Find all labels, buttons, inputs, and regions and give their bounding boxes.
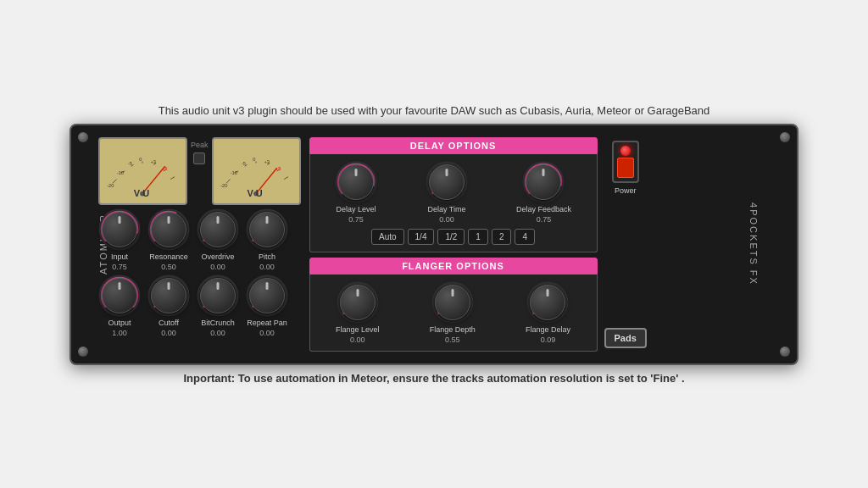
- vu-label-1: VU: [134, 188, 152, 198]
- flange-delay-label: Flange Delay: [526, 325, 570, 334]
- svg-text:0: 0: [253, 156, 255, 161]
- pitch-label: Pitch: [259, 252, 275, 261]
- cutoff-knob-wrapper[interactable]: [147, 274, 190, 317]
- screw-tr: [780, 132, 790, 142]
- power-label: Power: [615, 186, 637, 195]
- flanger-knobs-row: Flange Level 0.00: [315, 281, 592, 344]
- flange-delay-knob-wrapper[interactable]: [526, 281, 569, 324]
- delay-feedback-value: 0.75: [537, 215, 552, 224]
- knob-group-overdrive: Overdrive 0.00: [197, 208, 239, 271]
- cutoff-knob[interactable]: [151, 278, 186, 313]
- output-knob[interactable]: [102, 278, 137, 313]
- delay-time-knob-wrapper[interactable]: [426, 161, 468, 203]
- time-btn-4[interactable]: 4: [515, 229, 535, 245]
- bitcrunch-knob-wrapper[interactable]: [197, 274, 239, 317]
- overdrive-knob[interactable]: [200, 212, 236, 247]
- screw-bl: [78, 347, 88, 357]
- flange-delay-value: 0.09: [541, 336, 556, 344]
- vu-meter-2: -20 -10 -5 0 +3 +5 VU: [212, 137, 301, 205]
- flange-level-knob[interactable]: [340, 285, 376, 320]
- input-knob-wrapper[interactable]: [98, 208, 141, 251]
- pitch-knob[interactable]: [249, 212, 285, 247]
- knob-group-flange-delay: Flange Delay 0.09: [526, 281, 570, 344]
- svg-line-21: [284, 176, 288, 179]
- knob-group-cutoff: Cutoff 0.00: [147, 274, 190, 337]
- overdrive-label: Overdrive: [201, 252, 234, 261]
- flanger-section: FLANGER OPTIONS: [309, 258, 598, 352]
- delay-time-knob[interactable]: [429, 164, 465, 200]
- input-value: 0.75: [112, 263, 127, 271]
- knob-group-delay-time: Delay Time 0.00: [426, 161, 468, 224]
- resonance-knob[interactable]: [151, 212, 186, 247]
- knob-group-output: Output 1.00: [98, 274, 141, 337]
- repeatpan-knob-wrapper[interactable]: [246, 274, 288, 317]
- power-toggle[interactable]: [617, 158, 634, 178]
- delay-feedback-knob[interactable]: [526, 164, 561, 200]
- flange-level-label: Flange Level: [336, 325, 380, 334]
- svg-text:-5: -5: [128, 161, 132, 166]
- pads-button[interactable]: Pads: [604, 328, 647, 348]
- plugin-main: -20 -10 -5 0 +3 +5 VU Peak: [98, 137, 770, 352]
- delay-knobs-row: Delay Level 0.75: [315, 161, 592, 224]
- peak-light: [193, 152, 205, 164]
- power-switch[interactable]: [612, 141, 639, 183]
- svg-text:0: 0: [139, 156, 142, 161]
- output-knob-wrapper[interactable]: [98, 274, 141, 317]
- output-value: 1.00: [112, 329, 127, 337]
- delay-level-knob-wrapper[interactable]: [335, 161, 377, 203]
- flange-delay-knob[interactable]: [530, 285, 565, 320]
- pitch-knob-wrapper[interactable]: [246, 208, 288, 251]
- delay-level-knob[interactable]: [338, 164, 374, 200]
- resonance-value: 0.50: [161, 263, 176, 271]
- knob-row-1: Input 0.75 Resonance 0.50: [98, 208, 301, 271]
- delay-level-value: 0.75: [348, 215, 364, 224]
- flange-depth-knob-wrapper[interactable]: [431, 281, 474, 324]
- time-btn-auto[interactable]: Auto: [371, 229, 404, 245]
- flanger-header: FLANGER OPTIONS: [309, 258, 598, 274]
- knob-group-bitcrunch: BitCrunch 0.00: [197, 274, 239, 337]
- pitch-value: 0.00: [259, 263, 275, 271]
- flange-depth-knob[interactable]: [435, 285, 470, 320]
- power-light: [620, 146, 631, 156]
- bitcrunch-label: BitCrunch: [201, 319, 235, 327]
- delay-feedback-knob-wrapper[interactable]: [522, 161, 565, 203]
- flange-depth-value: 0.55: [445, 336, 460, 344]
- meters-row: -20 -10 -5 0 +3 +5 VU Peak: [98, 137, 301, 205]
- svg-text:-20: -20: [220, 183, 227, 188]
- resonance-knob-wrapper[interactable]: [147, 208, 190, 251]
- resonance-label: Resonance: [149, 252, 188, 261]
- delay-level-label: Delay Level: [336, 205, 376, 214]
- flange-level-knob-wrapper[interactable]: [337, 281, 379, 324]
- cutoff-label: Cutoff: [159, 319, 179, 327]
- flange-level-value: 0.00: [350, 336, 365, 344]
- side-label-right: 4Pockets FX: [748, 202, 759, 286]
- repeatpan-value: 0.00: [259, 329, 275, 337]
- time-btn-half[interactable]: 1/2: [437, 229, 465, 245]
- delay-content: Delay Level 0.75: [309, 154, 598, 252]
- repeatpan-knob[interactable]: [249, 278, 285, 313]
- delay-section: DELAY OPTIONS: [309, 137, 598, 252]
- knob-group-delay-level: Delay Level 0.75: [335, 161, 377, 224]
- time-btn-1[interactable]: 1: [468, 229, 488, 245]
- bitcrunch-knob[interactable]: [200, 278, 236, 313]
- knob-group-resonance: Resonance 0.50: [147, 208, 190, 271]
- peak-label: Peak: [191, 141, 209, 149]
- plugin-chassis: Atomizer 4Pockets FX: [70, 124, 798, 365]
- power-section: Power: [612, 141, 639, 198]
- knob-group-repeatpan: Repeat Pan 0.00: [246, 274, 288, 337]
- overdrive-knob-wrapper[interactable]: [197, 208, 239, 251]
- overdrive-value: 0.00: [210, 263, 225, 271]
- svg-line-6: [170, 176, 175, 179]
- knob-group-pitch: Pitch 0.00: [246, 208, 288, 271]
- time-btn-quarter[interactable]: 1/4: [408, 229, 435, 245]
- cutoff-value: 0.00: [161, 329, 176, 337]
- input-knob[interactable]: [102, 212, 137, 247]
- svg-text:-20: -20: [107, 183, 114, 188]
- time-btn-2[interactable]: 2: [492, 229, 512, 245]
- svg-text:-10: -10: [117, 169, 124, 175]
- right-panel: DELAY OPTIONS: [309, 137, 598, 352]
- input-label: Input: [111, 252, 128, 261]
- vu-label-2: VU: [247, 188, 264, 198]
- bitcrunch-value: 0.00: [210, 329, 225, 337]
- svg-text:-10: -10: [230, 169, 236, 175]
